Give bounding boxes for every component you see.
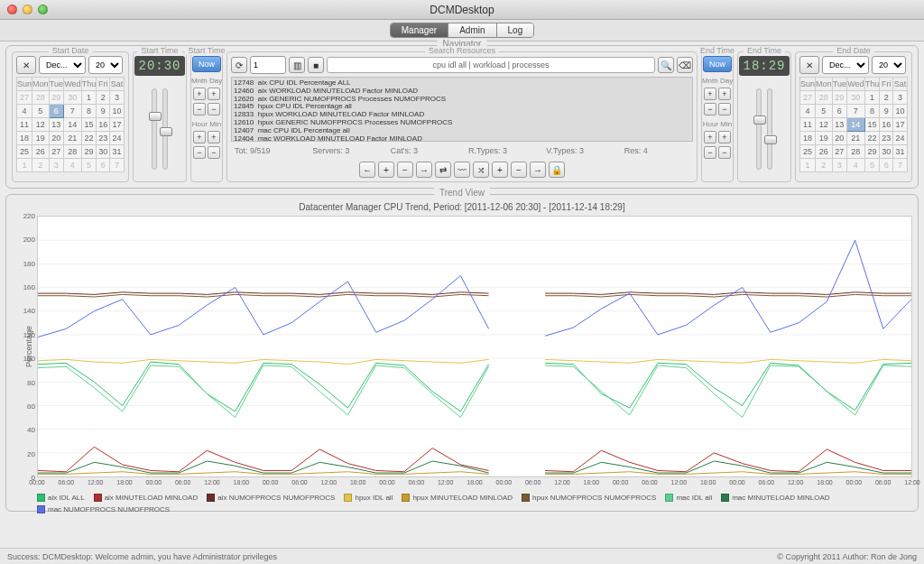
- tab-log[interactable]: Log: [497, 23, 534, 37]
- calendar-day[interactable]: 21: [847, 132, 864, 145]
- calendar-day[interactable]: 14: [847, 118, 864, 132]
- calendar-day[interactable]: 15: [81, 118, 97, 132]
- search-go-icon[interactable]: 🔍: [658, 57, 674, 73]
- end-hour-plus[interactable]: +: [704, 131, 716, 143]
- search-refresh-icon[interactable]: ⟳: [231, 57, 247, 73]
- calendar-day[interactable]: 22: [864, 132, 880, 145]
- end-day-minus[interactable]: −: [718, 103, 731, 116]
- start-day-plus[interactable]: +: [208, 88, 220, 100]
- calendar-day[interactable]: 7: [64, 105, 81, 118]
- legend-item[interactable]: hpux IDL all: [344, 494, 393, 502]
- calendar-day[interactable]: 24: [110, 132, 125, 145]
- start-hour-plus[interactable]: +: [193, 131, 206, 143]
- end-hour-slider[interactable]: [756, 88, 762, 170]
- calendar-day[interactable]: 23: [97, 132, 110, 145]
- zoom-icon[interactable]: [38, 5, 48, 14]
- minimize-icon[interactable]: [23, 5, 32, 14]
- start-hour-slider[interactable]: [152, 88, 157, 170]
- start-month-select[interactable]: Dec...: [39, 56, 86, 74]
- calendar-day[interactable]: 31: [110, 145, 125, 159]
- calendar-day[interactable]: 7: [847, 105, 864, 118]
- legend-item[interactable]: aix MINUTELOAD MINLOAD: [94, 494, 199, 502]
- calendar-day[interactable]: 30: [97, 145, 110, 159]
- calendar-day[interactable]: 8: [864, 105, 880, 118]
- search-results-list[interactable]: 12748 aix CPU IDL Percentage ALL12460 ai…: [231, 77, 693, 142]
- end-mnth-minus[interactable]: −: [704, 103, 716, 116]
- calendar-day[interactable]: 30: [847, 91, 864, 105]
- calendar-day[interactable]: 27: [49, 145, 64, 159]
- calendar-day[interactable]: 29: [832, 91, 847, 105]
- calendar-day[interactable]: 9: [880, 105, 893, 118]
- calendar-day[interactable]: 3: [49, 159, 64, 172]
- legend-item[interactable]: hpux NUMOFPROCS NUMOFPROCS: [522, 494, 656, 502]
- calendar-day[interactable]: 8: [81, 105, 97, 118]
- calendar-day[interactable]: 4: [847, 159, 864, 172]
- calendar-day[interactable]: 5: [864, 159, 880, 172]
- end-min-slider[interactable]: [767, 88, 772, 170]
- calendar-day[interactable]: 5: [816, 105, 833, 118]
- end-min-plus[interactable]: +: [718, 131, 731, 143]
- calendar-day[interactable]: 22: [81, 132, 97, 145]
- chart-plot[interactable]: [37, 216, 912, 477]
- start-mnth-minus[interactable]: −: [193, 103, 206, 116]
- start-calendar[interactable]: SunMonTueWedThuFriSat2728293012345678910…: [16, 77, 125, 172]
- nav-swap-button[interactable]: ⇄: [435, 162, 451, 178]
- calendar-day[interactable]: 27: [800, 91, 816, 105]
- calendar-day[interactable]: 2: [880, 91, 893, 105]
- calendar-day[interactable]: 29: [49, 91, 64, 105]
- end-date-clear[interactable]: ✕: [799, 56, 819, 74]
- calendar-day[interactable]: 29: [864, 145, 880, 159]
- calendar-day[interactable]: 19: [816, 132, 833, 145]
- calendar-day[interactable]: 11: [800, 118, 816, 132]
- calendar-day[interactable]: 1: [864, 91, 880, 105]
- calendar-day[interactable]: 2: [816, 159, 833, 172]
- calendar-day[interactable]: 12: [816, 118, 833, 132]
- end-day-plus[interactable]: +: [718, 88, 731, 100]
- result-row[interactable]: 12404 mac WORKLOAD MINUTELOAD Factor MIN…: [234, 135, 690, 142]
- calendar-day[interactable]: 31: [893, 145, 908, 159]
- calendar-day[interactable]: 16: [880, 118, 893, 132]
- search-input[interactable]: [327, 57, 655, 73]
- nav-chart-button[interactable]: 〰: [454, 162, 470, 178]
- legend-item[interactable]: mac MINUTELOAD MINLOAD: [721, 494, 829, 502]
- calendar-day[interactable]: 4: [17, 105, 32, 118]
- calendar-day[interactable]: 3: [110, 91, 125, 105]
- nav-lock-button[interactable]: 🔒: [549, 162, 565, 178]
- calendar-day[interactable]: 7: [110, 159, 125, 172]
- calendar-day[interactable]: 17: [893, 118, 908, 132]
- calendar-day[interactable]: 30: [880, 145, 893, 159]
- calendar-day[interactable]: 6: [880, 159, 893, 172]
- end-calendar[interactable]: SunMonTueWedThuFriSat2728293012345678910…: [799, 77, 908, 172]
- calendar-day[interactable]: 30: [64, 91, 81, 105]
- legend-item[interactable]: aix IDL ALL: [37, 494, 85, 502]
- start-day-minus[interactable]: −: [208, 103, 220, 116]
- calendar-day[interactable]: 12: [32, 118, 50, 132]
- calendar-day[interactable]: 7: [893, 159, 908, 172]
- end-hour-minus[interactable]: −: [704, 146, 716, 159]
- calendar-day[interactable]: 4: [64, 159, 81, 172]
- tab-manager[interactable]: Manager: [391, 23, 448, 37]
- calendar-day[interactable]: 11: [17, 118, 32, 132]
- calendar-day[interactable]: 25: [800, 145, 816, 159]
- calendar-day[interactable]: 18: [17, 132, 32, 145]
- legend-item[interactable]: aix NUMOFPROCS NUMOFPROCS: [207, 494, 335, 502]
- start-hour-minus[interactable]: −: [193, 146, 206, 159]
- start-min-plus[interactable]: +: [208, 131, 220, 143]
- calendar-day[interactable]: 20: [832, 132, 847, 145]
- calendar-day[interactable]: 1: [17, 159, 32, 172]
- calendar-day[interactable]: 26: [816, 145, 833, 159]
- calendar-day[interactable]: 4: [800, 105, 816, 118]
- calendar-day[interactable]: 21: [64, 132, 81, 145]
- calendar-day[interactable]: 28: [32, 91, 50, 105]
- calendar-day[interactable]: 28: [64, 145, 81, 159]
- search-clear-icon[interactable]: ⌫: [677, 57, 693, 73]
- calendar-day[interactable]: 13: [49, 118, 64, 132]
- calendar-day[interactable]: 5: [81, 159, 97, 172]
- legend-item[interactable]: mac IDL all: [665, 494, 712, 502]
- nav-add-button[interactable]: +: [378, 162, 394, 178]
- search-stop[interactable]: ■: [308, 57, 324, 73]
- calendar-day[interactable]: 29: [81, 145, 97, 159]
- end-month-select[interactable]: Dec...: [822, 56, 869, 74]
- end-min-minus[interactable]: −: [718, 146, 731, 159]
- calendar-day[interactable]: 9: [97, 105, 110, 118]
